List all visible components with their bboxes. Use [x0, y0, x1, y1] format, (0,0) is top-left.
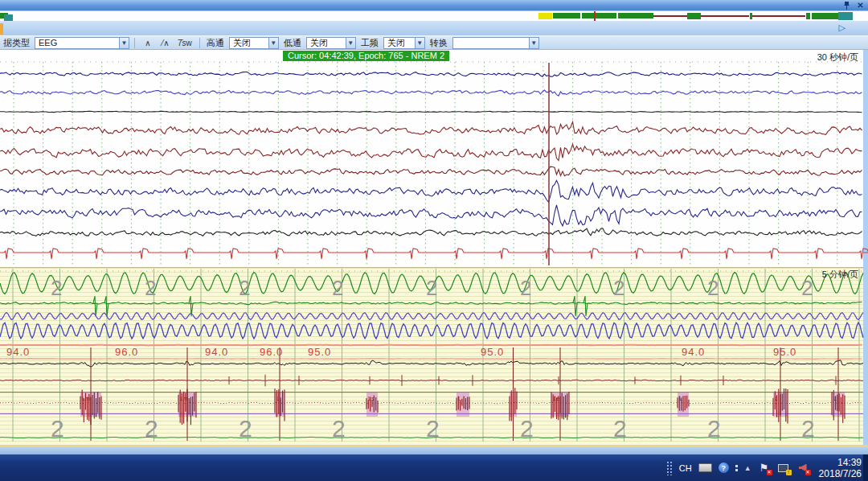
- psg-viewer-window: ✕ ▷ 据类型 EEG ▼ ∧⁄∧7̄sw 高通 关闭 ▼ 低通 关闭 ▼ 工频…: [0, 0, 868, 481]
- flag-status-icon[interactable]: ⚑✕: [758, 462, 771, 474]
- convert-label: 转换: [428, 37, 449, 49]
- limb-movement-label: Lm: [180, 396, 188, 401]
- chevron-down-icon[interactable]: ▼: [119, 38, 129, 48]
- sleep-stage-mark: 2: [332, 415, 346, 442]
- overview-segment: [838, 12, 853, 20]
- sleep-stage-mark: 2: [145, 276, 156, 301]
- volume-muted-icon[interactable]: ✕: [796, 462, 809, 474]
- eeg-trace-panel[interactable]: [0, 50, 863, 267]
- lowpass-label: 低通: [282, 37, 303, 49]
- limb-movement-label: L: [458, 396, 461, 401]
- bell-filter-icon[interactable]: ∧: [140, 37, 156, 49]
- spo2-value: 94.0: [205, 346, 228, 358]
- sleep-stage-mark: 2: [145, 415, 158, 442]
- spo2-value: 95.0: [773, 346, 796, 358]
- notch-label: 工频: [359, 37, 380, 49]
- sleep-stage-mark: 2: [426, 276, 437, 301]
- trend-page-scale-label: 5 分钟/页: [822, 269, 858, 281]
- highpass-label: 高通: [205, 37, 226, 49]
- spo2-value: 96.0: [115, 346, 138, 358]
- toolbar: 据类型 EEG ▼ ∧⁄∧7̄sw 高通 关闭 ▼ 低通 关闭 ▼ 工频 关闭 …: [0, 35, 868, 50]
- secondary-band: ▷: [0, 21, 868, 35]
- sleep-stage-mark: 2: [613, 415, 627, 442]
- half-filter-icon[interactable]: ⁄∧: [158, 37, 174, 49]
- chevron-down-icon[interactable]: ▼: [529, 38, 538, 48]
- sleep-stage-mark: 2: [613, 276, 624, 301]
- sleep-stage-mark: 2: [707, 415, 721, 442]
- sleep-stage-mark: 2: [51, 276, 62, 301]
- chevron-down-icon[interactable]: ▼: [346, 38, 355, 48]
- chevron-down-icon[interactable]: ▼: [415, 38, 424, 48]
- convert-combo[interactable]: ▼: [452, 37, 539, 49]
- limb-movement-label: L: [775, 396, 778, 401]
- sleep-stage-mark: 2: [801, 415, 815, 442]
- close-icon[interactable]: ✕: [856, 1, 865, 10]
- spo2-value: 95.0: [308, 346, 331, 358]
- title-bar: ✕: [0, 0, 868, 10]
- sleep-stage-mark: 2: [707, 276, 719, 301]
- pin-icon[interactable]: [842, 1, 851, 10]
- overview-segment: [806, 13, 810, 19]
- limb-movement-label: L: [679, 396, 682, 401]
- lowpass-combo[interactable]: 关闭 ▼: [306, 37, 356, 49]
- sleep-stage-mark: 2: [239, 276, 250, 301]
- sleep-stage-mark: 2: [801, 276, 813, 301]
- spo2-value: 95.0: [481, 346, 504, 358]
- type-label: 据类型: [2, 37, 31, 49]
- overview-segment: [553, 13, 580, 18]
- language-indicator[interactable]: CH: [679, 463, 692, 473]
- sleep-stage-mark: 2: [332, 276, 343, 301]
- overview-segment: [653, 15, 689, 17]
- overview-segment: [701, 15, 749, 17]
- signal-type-combo[interactable]: EEG ▼: [35, 37, 129, 49]
- expand-arrow-icon[interactable]: ▷: [839, 23, 845, 33]
- limb-movement-label: Lm: [82, 396, 90, 401]
- help-icon[interactable]: ?: [719, 462, 729, 473]
- tray-grip-handle[interactable]: [666, 461, 673, 475]
- eeg-page-scale-label: 30 秒钟/页: [817, 51, 858, 64]
- taskbar: CH ? ▲ ⚑✕ ! ✕ 14:39 2018/7/26: [0, 454, 868, 481]
- sleep-stage-mark: 2: [426, 415, 440, 442]
- overview-strip[interactable]: [0, 10, 868, 21]
- overview-segment: [752, 15, 805, 17]
- overview-segment: [594, 11, 596, 21]
- clock-date: 2018/7/26: [819, 468, 862, 479]
- tray-mini-icons[interactable]: [735, 465, 738, 471]
- highpass-combo[interactable]: 关闭 ▼: [229, 37, 279, 49]
- limb-movement-label: Le: [553, 396, 559, 401]
- overview-segment: [582, 13, 616, 18]
- chevron-down-icon[interactable]: ▼: [268, 38, 278, 48]
- limb-movement-label: L: [276, 396, 280, 401]
- limb-movement-label: L: [833, 396, 837, 401]
- overview-segment: [812, 13, 838, 19]
- taskbar-clock[interactable]: 14:39 2018/7/26: [819, 457, 862, 479]
- notch-combo[interactable]: 关闭 ▼: [383, 37, 425, 49]
- window-bottom-strip: [0, 447, 868, 454]
- cursor-epoch-label: Cursor: 04:42:39, Epoch: 765 - NREM 2: [283, 51, 449, 61]
- overview-segment: [4, 14, 13, 21]
- spo2-value: 94.0: [6, 346, 30, 358]
- sleep-stage-mark: 2: [520, 276, 531, 301]
- collapse-tray-icon[interactable]: ▲: [744, 464, 751, 472]
- show-desktop-strip[interactable]: [863, 454, 868, 481]
- sleep-stage-mark: 2: [520, 415, 534, 442]
- spo2-value: 94.0: [682, 346, 705, 358]
- limb-movement-label: Ls: [368, 396, 374, 401]
- position-marker: [0, 23, 3, 35]
- spo2-value: 96.0: [260, 346, 283, 358]
- sleep-stage-mark: 2: [239, 415, 252, 442]
- network-status-icon[interactable]: !: [777, 462, 790, 474]
- overview-segment: [618, 13, 653, 18]
- keyboard-icon[interactable]: [698, 463, 712, 472]
- sleep-stage-mark: 2: [51, 415, 64, 442]
- clock-time: 14:39: [819, 457, 862, 468]
- overview-segment: [687, 13, 701, 19]
- scale-75-icon[interactable]: 7̄sw: [175, 37, 194, 49]
- window-right-edge: [863, 50, 868, 445]
- overview-segment: [538, 13, 552, 19]
